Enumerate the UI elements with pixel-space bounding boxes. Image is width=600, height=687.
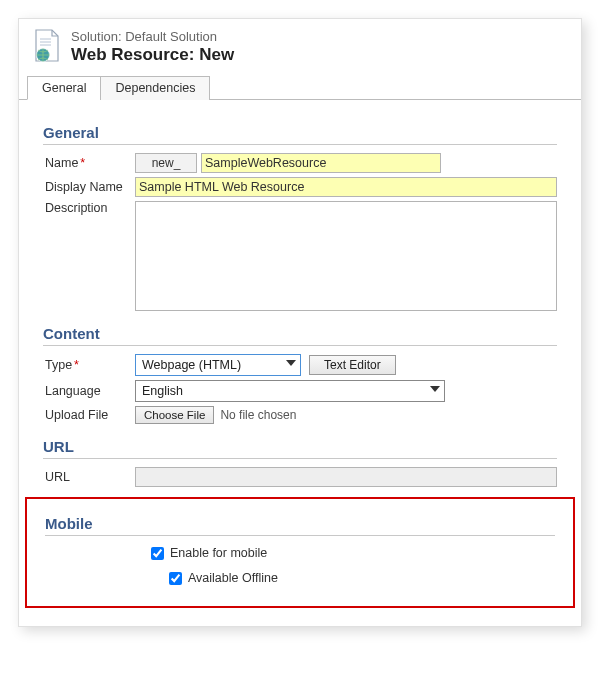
section-general: General bbox=[43, 120, 557, 145]
text-editor-button[interactable]: Text Editor bbox=[309, 355, 396, 375]
enable-for-mobile-label: Enable for mobile bbox=[170, 546, 267, 560]
web-resource-form: Solution: Default Solution Web Resource:… bbox=[18, 18, 582, 627]
name-prefix: new_ bbox=[135, 153, 197, 173]
type-select[interactable]: Webpage (HTML) bbox=[135, 354, 301, 376]
chevron-down-icon bbox=[430, 386, 440, 392]
url-output bbox=[135, 467, 557, 487]
form-header: Solution: Default Solution Web Resource:… bbox=[19, 19, 581, 71]
language-label: Language bbox=[43, 384, 135, 398]
type-label: Type* bbox=[43, 358, 135, 372]
mobile-section-highlight: Mobile Enable for mobile Available Offli… bbox=[25, 497, 575, 608]
page-title: Web Resource: New bbox=[71, 45, 234, 65]
upload-file-status: No file chosen bbox=[220, 408, 296, 422]
url-label: URL bbox=[43, 470, 135, 484]
choose-file-button[interactable]: Choose File bbox=[135, 406, 214, 424]
chevron-down-icon bbox=[286, 360, 296, 366]
upload-file-label: Upload File bbox=[43, 408, 135, 422]
available-offline-label: Available Offline bbox=[188, 571, 278, 585]
available-offline-checkbox[interactable] bbox=[169, 572, 182, 585]
description-label: Description bbox=[43, 201, 135, 215]
display-name-input[interactable] bbox=[135, 177, 557, 197]
required-indicator: * bbox=[74, 358, 79, 372]
enable-for-mobile-checkbox[interactable] bbox=[151, 547, 164, 560]
name-label: Name* bbox=[43, 156, 135, 170]
type-select-value: Webpage (HTML) bbox=[142, 358, 241, 372]
section-url: URL bbox=[43, 434, 557, 459]
display-name-label: Display Name bbox=[43, 180, 135, 194]
tab-strip: General Dependencies bbox=[19, 75, 581, 100]
web-resource-icon bbox=[33, 29, 61, 63]
tab-dependencies[interactable]: Dependencies bbox=[100, 76, 210, 100]
description-input[interactable] bbox=[135, 201, 557, 311]
language-select-value: English bbox=[142, 384, 183, 398]
section-content: Content bbox=[43, 321, 557, 346]
name-input[interactable] bbox=[201, 153, 441, 173]
required-indicator: * bbox=[80, 156, 85, 170]
tab-general[interactable]: General bbox=[27, 76, 101, 100]
language-select[interactable]: English bbox=[135, 380, 445, 402]
section-mobile: Mobile bbox=[45, 511, 555, 536]
solution-breadcrumb: Solution: Default Solution bbox=[71, 29, 234, 45]
